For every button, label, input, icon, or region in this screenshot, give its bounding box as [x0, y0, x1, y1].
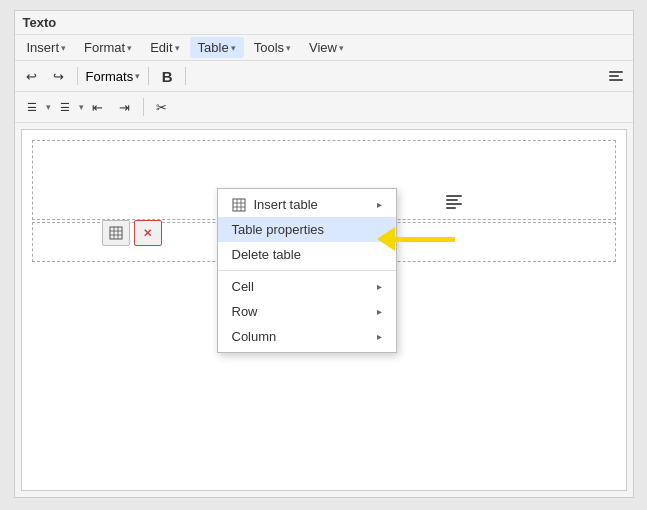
arrow-head [377, 227, 395, 251]
insert-table-icon [232, 198, 246, 212]
menu-table[interactable]: Table ▾ [190, 37, 244, 58]
separator4 [143, 98, 144, 116]
table-dropdown-menu: Insert table ▸ Table properties Delete t… [217, 188, 397, 353]
align-icon [609, 71, 623, 81]
window-title: Texto [23, 15, 57, 30]
table-grid-icon [109, 226, 123, 240]
row-sub-arrow: ▸ [377, 306, 382, 317]
separator1 [77, 67, 78, 85]
list-group: ☰ ▾ ☰ ▾ ⇤ ⇥ [19, 95, 138, 119]
dropdown-column[interactable]: Column ▸ [218, 324, 396, 349]
bold-button[interactable]: B [154, 64, 180, 88]
redo-button[interactable]: ↪ [46, 64, 72, 88]
history-group: ↩ ↪ [19, 64, 72, 88]
side-align-icon [442, 191, 466, 213]
svg-rect-0 [110, 227, 122, 239]
yellow-arrow [377, 227, 455, 251]
svg-rect-10 [233, 199, 245, 211]
table-arrow-icon: ▾ [231, 43, 236, 53]
align-button[interactable] [603, 64, 629, 88]
menu-edit[interactable]: Edit ▾ [142, 37, 187, 58]
table-delete-btn[interactable]: ✕ [134, 220, 162, 246]
toolbar-row2: ☰ ▾ ☰ ▾ ⇤ ⇥ ✂ [15, 92, 633, 123]
insert-arrow-icon: ▾ [61, 43, 66, 53]
formats-arrow-icon: ▾ [135, 71, 140, 81]
indent-button[interactable]: ⇥ [112, 95, 138, 119]
menu-format[interactable]: Format ▾ [76, 37, 140, 58]
formats-dropdown[interactable]: Formats ▾ [83, 64, 144, 88]
table-inline-toolbar: ✕ [102, 220, 162, 246]
ordered-list-button[interactable]: ☰ [52, 95, 78, 119]
table-insert-btn[interactable] [102, 220, 130, 246]
tools-arrow-icon: ▾ [286, 43, 291, 53]
menubar: Insert ▾ Format ▾ Edit ▾ Table ▾ Tools ▾… [15, 34, 633, 61]
menu-tools[interactable]: Tools ▾ [246, 37, 299, 58]
view-arrow-icon: ▾ [339, 43, 344, 53]
dropdown-row[interactable]: Row ▸ [218, 299, 396, 324]
outdent-button[interactable]: ⇤ [85, 95, 111, 119]
dropdown-table-properties[interactable]: Table properties [218, 217, 396, 242]
format-arrow-icon: ▾ [127, 43, 132, 53]
unordered-list-button[interactable]: ☰ [19, 95, 45, 119]
arrow-line [395, 237, 455, 242]
insert-table-sub-arrow: ▸ [377, 199, 382, 210]
ol-arrow[interactable]: ▾ [79, 102, 84, 112]
separator2 [148, 67, 149, 85]
editor-area[interactable]: ✕ ✕ [21, 129, 627, 491]
toolbar-row1: ↩ ↪ Formats ▾ B [15, 61, 633, 92]
menu-insert[interactable]: Insert ▾ [19, 37, 75, 58]
undo-button[interactable]: ↩ [19, 64, 45, 88]
cell-sub-arrow: ▸ [377, 281, 382, 292]
dropdown-cell[interactable]: Cell ▸ [218, 274, 396, 299]
edit-arrow-icon: ▾ [175, 43, 180, 53]
separator3 [185, 67, 186, 85]
dropdown-insert-table[interactable]: Insert table ▸ [218, 192, 396, 217]
dropdown-separator [218, 270, 396, 271]
ul-arrow[interactable]: ▾ [46, 102, 51, 112]
scissors-button[interactable]: ✂ [149, 95, 175, 119]
dropdown-delete-table[interactable]: Delete table [218, 242, 396, 267]
column-sub-arrow: ▸ [377, 331, 382, 342]
title-bar: Texto [15, 11, 633, 34]
menu-view[interactable]: View ▾ [301, 37, 352, 58]
